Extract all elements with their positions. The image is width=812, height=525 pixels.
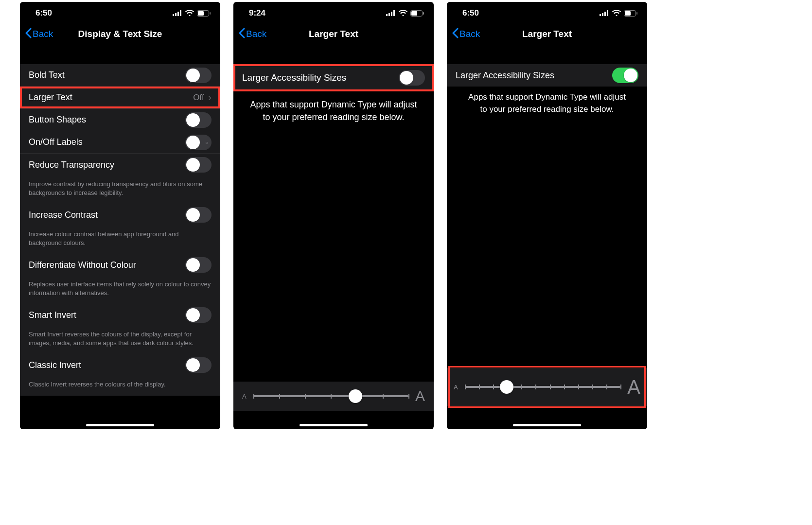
footer-diff-without-colour: Replaces user interface items that rely … — [20, 276, 220, 304]
row-label: Reduce Transparency — [29, 160, 185, 170]
row-label: Smart Invert — [29, 310, 185, 320]
back-label: Back — [246, 29, 266, 39]
row-increase-contrast[interactable]: Increase Contrast — [20, 204, 220, 226]
svg-rect-1 — [175, 13, 177, 16]
home-indicator[interactable] — [86, 424, 154, 426]
toggle-increase-contrast[interactable] — [185, 207, 212, 223]
row-onoff-labels[interactable]: On/Off Labels ○ — [20, 131, 220, 154]
nav-bar: Back Larger Text — [233, 21, 434, 47]
phone-display-text-size: 6:50 Back Display & Text Size Bold Text — [20, 2, 220, 429]
phone-larger-text-on: 6:50 Back Larger Text Larger Accessibili… — [447, 2, 647, 429]
toggle-button-shapes[interactable] — [185, 112, 212, 128]
toggle-smart-invert[interactable] — [185, 307, 212, 323]
svg-rect-9 — [391, 12, 392, 16]
text-size-slider[interactable] — [465, 386, 621, 388]
svg-rect-12 — [411, 11, 417, 16]
toggle-bold-text[interactable] — [185, 68, 212, 83]
larger-text-content: Larger Accessibility Sizes Apps that sup… — [447, 47, 647, 429]
footer-reduce-transparency: Improve contrast by reducing transparenc… — [20, 176, 220, 204]
row-label: Classic Invert — [29, 360, 185, 370]
row-smart-invert[interactable]: Smart Invert — [20, 304, 220, 326]
row-label: On/Off Labels — [29, 137, 185, 147]
toggle-diff-without-colour[interactable] — [185, 257, 212, 273]
status-time: 6:50 — [30, 8, 52, 18]
toggle-classic-invert[interactable] — [185, 357, 212, 373]
footer-increase-contrast: Increase colour contrast between app for… — [20, 226, 220, 254]
footer-smart-invert: Smart Invert reverses the colours of the… — [20, 326, 220, 354]
status-time: 6:50 — [457, 8, 479, 18]
toggle-onoff-labels[interactable]: ○ — [185, 135, 212, 150]
row-label: Larger Accessibility Sizes — [456, 70, 612, 81]
battery-icon — [410, 10, 424, 17]
larger-text-content: Larger Accessibility Sizes Apps that sup… — [233, 47, 434, 429]
text-size-slider[interactable] — [253, 395, 408, 397]
wifi-icon — [185, 10, 194, 17]
chevron-left-icon — [452, 28, 459, 41]
status-bar: 9:24 — [233, 2, 434, 21]
back-button[interactable]: Back — [452, 28, 480, 41]
svg-rect-15 — [602, 13, 603, 16]
large-a-icon: A — [627, 376, 640, 398]
row-label: Increase Contrast — [29, 210, 185, 220]
battery-icon — [624, 10, 637, 17]
row-label: Differentiate Without Colour — [29, 260, 185, 270]
svg-rect-6 — [210, 12, 211, 15]
chevron-right-icon: › — [208, 92, 212, 103]
nav-bar: Back Larger Text — [447, 21, 647, 47]
wifi-icon — [612, 10, 621, 17]
svg-rect-0 — [173, 14, 174, 16]
svg-rect-8 — [388, 13, 390, 16]
dynamic-type-description: Apps that support Dynamic Type will adju… — [447, 87, 647, 120]
back-label: Back — [33, 29, 53, 39]
row-diff-without-colour[interactable]: Differentiate Without Colour — [20, 254, 220, 276]
row-label: Larger Text — [29, 92, 193, 103]
back-button[interactable]: Back — [25, 28, 53, 41]
phone-larger-text-off: 9:24 Back Larger Text Larger Accessibili… — [233, 2, 434, 429]
svg-rect-16 — [604, 12, 606, 16]
small-a-icon: A — [242, 393, 247, 400]
svg-rect-14 — [600, 14, 601, 16]
home-indicator[interactable] — [513, 424, 581, 426]
settings-list: Bold Text Larger Text Off › Button Shape… — [20, 47, 220, 429]
toggle-larger-accessibility-sizes[interactable] — [612, 68, 638, 83]
back-label: Back — [459, 29, 480, 39]
large-a-icon: A — [415, 388, 425, 404]
row-label: Button Shapes — [29, 115, 185, 125]
chevron-left-icon — [25, 28, 32, 41]
back-button[interactable]: Back — [238, 28, 266, 41]
toggle-reduce-transparency[interactable] — [185, 157, 212, 173]
row-larger-text[interactable]: Larger Text Off › — [20, 87, 220, 109]
svg-rect-13 — [423, 12, 424, 15]
text-size-slider-bar: A A — [233, 382, 434, 411]
row-bold-text[interactable]: Bold Text — [20, 64, 220, 87]
row-label: Larger Accessibility Sizes — [242, 72, 399, 83]
nav-bar: Back Display & Text Size — [20, 21, 220, 47]
small-a-icon: A — [454, 384, 458, 391]
status-icons — [386, 10, 424, 17]
cellular-signal-icon — [600, 10, 609, 16]
toggle-larger-accessibility-sizes[interactable] — [399, 70, 425, 86]
svg-rect-3 — [180, 10, 181, 16]
row-label: Bold Text — [29, 70, 185, 80]
row-larger-accessibility-sizes[interactable]: Larger Accessibility Sizes — [233, 64, 434, 91]
status-icons — [600, 10, 637, 17]
status-time: 9:24 — [243, 8, 265, 18]
row-classic-invert[interactable]: Classic Invert — [20, 354, 220, 376]
chevron-left-icon — [238, 28, 245, 41]
status-bar: 6:50 — [447, 2, 647, 21]
svg-rect-5 — [198, 11, 204, 16]
text-size-slider-bar: A A — [447, 368, 647, 406]
slider-thumb[interactable] — [349, 389, 362, 403]
svg-rect-19 — [625, 11, 631, 16]
row-reduce-transparency[interactable]: Reduce Transparency — [20, 154, 220, 176]
row-button-shapes[interactable]: Button Shapes — [20, 109, 220, 131]
home-indicator[interactable] — [300, 424, 368, 426]
svg-rect-17 — [607, 10, 608, 16]
slider-thumb[interactable] — [500, 380, 513, 394]
svg-rect-20 — [636, 12, 637, 15]
svg-rect-2 — [177, 12, 179, 16]
cellular-signal-icon — [386, 10, 396, 16]
svg-rect-10 — [393, 10, 395, 16]
footer-classic-invert: Classic Invert reverses the colours of t… — [20, 376, 220, 396]
row-larger-accessibility-sizes[interactable]: Larger Accessibility Sizes — [447, 64, 647, 87]
